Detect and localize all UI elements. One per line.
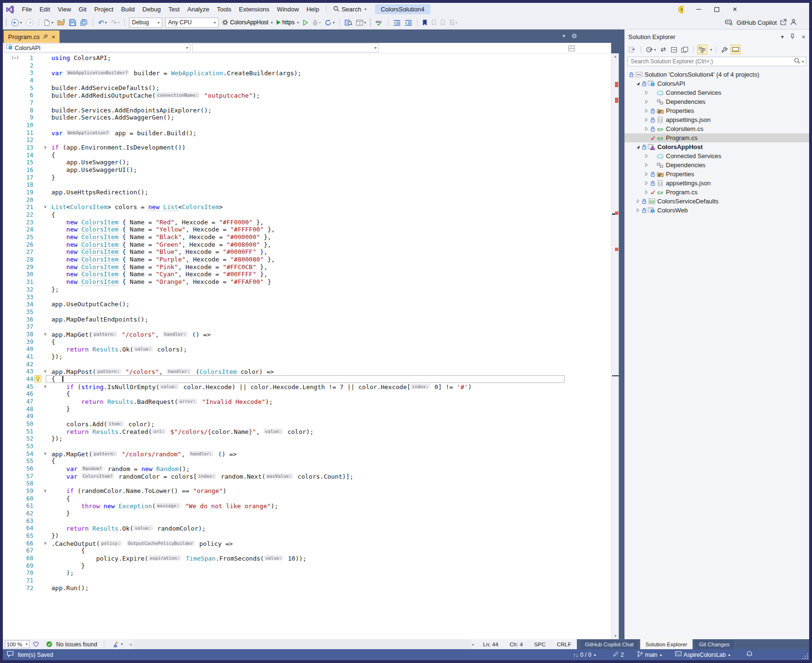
share-icon[interactable]	[780, 19, 787, 27]
startup-project-dropdown[interactable]: ColorsAppHost ▾	[220, 17, 274, 28]
fold-chevron-icon[interactable]: ∨	[42, 450, 49, 458]
code-editor[interactable]: {▫}1using ColorsAPI;23var WebApplication…	[3, 53, 611, 639]
menu-debug[interactable]: Debug	[139, 3, 164, 16]
restart-button[interactable]: ▾	[323, 17, 336, 28]
document-health-icon[interactable]	[31, 639, 40, 650]
feedback-bubble-icon[interactable]	[7, 651, 14, 659]
code-line[interactable]: 19app.UseHttpsRedirection();	[3, 189, 611, 196]
fold-chevron-icon[interactable]: ∨	[42, 144, 49, 151]
resize-grip[interactable]	[802, 653, 808, 659]
solution-platform-dropdown[interactable]: Any CPU▾	[165, 18, 218, 28]
editor-horizontal-scrollbar[interactable]	[133, 639, 472, 649]
toolbar-grip[interactable]	[369, 18, 372, 27]
code-line[interactable]: 35	[3, 308, 611, 316]
menu-help[interactable]: Help	[303, 3, 323, 16]
expander-closed-icon[interactable]	[644, 172, 650, 176]
code-line[interactable]: 57 var ColorsItem? randomColor = colors[…	[3, 472, 611, 480]
show-all-files-toggle[interactable]	[697, 45, 707, 54]
search-icon[interactable]	[794, 57, 800, 66]
panel-pin-icon[interactable]	[790, 33, 795, 40]
code-line[interactable]: 33	[3, 293, 611, 301]
code-line[interactable]: 63	[3, 517, 611, 525]
tree-item-appsettings-json[interactable]: {}appsettings.json	[624, 179, 809, 188]
tool-tab-git-changes[interactable]: Git Changes	[694, 639, 735, 649]
code-line[interactable]: 7	[3, 99, 611, 107]
code-line[interactable]: 5builder.AddServiceDefaults();	[3, 84, 611, 92]
code-line[interactable]: 58	[3, 480, 611, 487]
previous-bookmark-button[interactable]	[430, 17, 438, 28]
chevron-down-icon[interactable]: ▾	[710, 48, 712, 52]
tree-item-colorsapi[interactable]: ColorsAPI	[624, 79, 809, 88]
code-line[interactable]: 12	[3, 136, 611, 144]
tree-item-dependencies[interactable]: Dependencies	[624, 97, 809, 106]
expander-closed-icon[interactable]	[644, 181, 650, 185]
code-line[interactable]: 13∨if (app.Environment.IsDevelopment())	[3, 144, 611, 151]
window-layout-button[interactable]: ▾	[355, 17, 367, 28]
code-line[interactable]: 40 return Results.Ok(value: colors);	[3, 345, 611, 353]
tree-item-colorsitem-cs[interactable]: C#Colorsitem.cs	[624, 124, 809, 133]
minimize-button[interactable]	[696, 7, 702, 12]
code-line[interactable]: 67 {	[3, 547, 611, 554]
menu-tools[interactable]: Tools	[213, 3, 235, 16]
solution-configuration-dropdown[interactable]: Debug▾	[129, 18, 162, 28]
collapse-all-button[interactable]	[670, 45, 678, 54]
solution-search-input[interactable]	[630, 58, 794, 65]
preview-selected-items-toggle[interactable]	[731, 45, 741, 54]
code-line[interactable]: 46 {	[3, 390, 611, 398]
undo-button[interactable]: ↶▾	[97, 17, 109, 28]
tree-item-properties[interactable]: Properties	[624, 106, 809, 115]
code-line[interactable]: 48 }	[3, 405, 611, 413]
menu-project[interactable]: Project	[90, 3, 117, 16]
code-line[interactable]: 23 new ColorsItem { Name = "Red", Hexcod…	[3, 219, 611, 226]
expander-closed-icon[interactable]	[644, 190, 650, 194]
code-line[interactable]: 68 policy.Expire(expiration: TimeSpan.Fr…	[3, 554, 611, 562]
code-line[interactable]: 70 );	[3, 569, 611, 577]
next-bookmark-button[interactable]	[439, 17, 447, 28]
code-line[interactable]: 2	[3, 62, 611, 70]
line-indicator[interactable]: Ln: 44	[477, 642, 504, 647]
code-line[interactable]: 66∨.CacheOutput(policy: OutputCachePolic…	[3, 540, 611, 547]
code-line[interactable]: 56 var Random? random = new Random();	[3, 465, 611, 472]
code-line[interactable]: 45∨ if (string.IsNullOrEmpty(value: colo…	[3, 383, 611, 391]
code-line[interactable]: 50 colors.Add(item: color);	[3, 420, 611, 428]
eol-indicator[interactable]: CRLF	[551, 642, 577, 647]
close-button[interactable]: ×	[732, 7, 738, 12]
code-line[interactable]: 52});	[3, 435, 611, 442]
code-line[interactable]: 26 new ColorsItem { Name = "Green", Hexc…	[3, 241, 611, 249]
code-line[interactable]: 30 new ColorsItem { Name = "Cyan", Hexco…	[3, 271, 611, 278]
preview-window-button[interactable]	[680, 45, 689, 54]
code-line[interactable]: 71	[3, 577, 611, 584]
issues-status[interactable]: No issues found	[56, 641, 97, 648]
fold-chevron-icon[interactable]: ∨	[42, 331, 49, 338]
menu-file[interactable]: File	[18, 3, 36, 16]
feedback-bee-icon[interactable]	[678, 7, 683, 12]
expander-open-icon[interactable]	[635, 81, 641, 86]
panel-close-icon[interactable]: ×	[802, 33, 805, 40]
fold-chevron-icon[interactable]: ∨	[42, 203, 49, 211]
code-line[interactable]: 64 return Results.Ok(value: randomColor)…	[3, 524, 611, 532]
clear-bookmarks-button[interactable]: ▾	[448, 17, 459, 28]
code-line[interactable]: 65})	[3, 532, 611, 540]
code-line[interactable]: 9builder.Services.AddSwaggerGen();	[3, 114, 611, 121]
tree-item-solution-colorssolution4-4-of-4-projects[interactable]: Solution 'ColorsSolution4' (4 of 4 proje…	[624, 70, 809, 79]
tree-item-properties[interactable]: Properties	[624, 170, 809, 179]
code-line[interactable]: 17}	[3, 174, 611, 181]
code-line[interactable]: 55{	[3, 457, 611, 465]
code-line[interactable]: 10	[3, 121, 611, 129]
fold-chevron-icon[interactable]: ∨	[42, 540, 49, 547]
tree-item-colorsapphost[interactable]: ColorsAppHost	[624, 142, 809, 151]
save-button[interactable]	[68, 17, 78, 28]
environment-button[interactable]: AspireColorsLab▲	[675, 649, 731, 660]
git-branch-button[interactable]: main▲	[637, 649, 663, 660]
expander-closed-icon[interactable]	[644, 100, 650, 104]
code-line[interactable]: 24 new ColorsItem { Name = "Yellow", Hex…	[3, 226, 611, 233]
fold-chevron-icon[interactable]: ∨	[42, 487, 49, 495]
code-line[interactable]: {▫}1using ColorsAPI;	[3, 54, 611, 62]
hot-reload-button[interactable]: ▾	[311, 17, 322, 28]
code-line[interactable]: 20	[3, 196, 611, 204]
tree-item-colorsservicedefaults[interactable]: C#ColorsServiceDefaults	[624, 197, 809, 206]
tree-item-appsettings-json[interactable]: {}appsettings.json	[624, 115, 809, 124]
code-line[interactable]: 44{	[3, 375, 611, 383]
code-line[interactable]: 61 throw new Exception(message: "We do n…	[3, 502, 611, 510]
code-line[interactable]: 36app.MapDefaultEndpoints();	[3, 316, 611, 323]
